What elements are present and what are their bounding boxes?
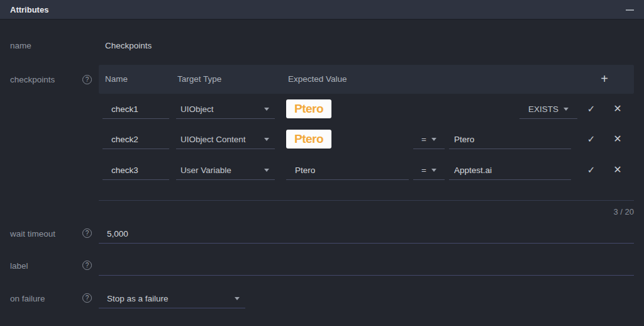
wait-timeout-input[interactable] [99,224,634,244]
column-header-expected-value: Expected Value [288,65,347,94]
minimize-icon [626,9,634,11]
operator-select[interactable]: = [413,160,445,180]
help-icon[interactable]: ? [82,261,92,270]
label-input[interactable] [99,256,634,276]
target-type-select[interactable]: UIObject Content [176,130,275,149]
chevron-down-icon [264,138,269,141]
add-checkpoint-button[interactable]: + [596,71,613,87]
chevron-down-icon [564,108,569,111]
column-header-name: Name [105,65,128,94]
expected-value-image[interactable]: Ptero [286,99,331,118]
table-bottom-divider [99,200,634,201]
confirm-row-button[interactable]: ✓ [585,132,597,147]
name-field-value: Checkpoints [105,41,152,50]
row-count-badge: 3 / 20 [613,207,634,216]
checkpoints-field-label: checkpoints [10,75,55,84]
column-header-target-type: Target Type [177,65,221,94]
confirm-row-button[interactable]: ✓ [585,162,597,177]
checkpoint-name-input[interactable] [103,160,169,180]
operator-select[interactable]: EXISTS [519,99,577,119]
delete-row-button[interactable]: ✕ [611,162,624,177]
help-icon[interactable]: ? [82,75,92,84]
table-row: UIObject Content Ptero = ✓ ✕ [0,130,644,149]
expected-value-input[interactable] [286,160,409,180]
chevron-down-icon [431,169,436,172]
expected-value-image[interactable]: Ptero [286,130,331,149]
delete-row-button[interactable]: ✕ [611,101,624,116]
name-field-label: name [10,41,31,50]
chevron-down-icon [264,108,269,111]
chevron-down-icon [264,169,269,172]
checkpoint-name-input[interactable] [103,130,169,149]
checkpoint-name-input[interactable] [103,99,169,119]
comparison-value-input[interactable] [449,130,571,149]
delete-row-button[interactable]: ✕ [611,132,624,147]
on-failure-field-label: on failure [10,294,45,303]
label-field-label: label [10,261,28,271]
comparison-value-input[interactable] [449,160,571,180]
chevron-down-icon [235,297,240,300]
checkpoints-table-header: Name Target Type Expected Value + [99,65,634,94]
table-row: User Variable = ✓ ✕ [0,160,644,180]
wait-timeout-field-label: wait timeout [10,229,55,239]
titlebar: Attributes [0,0,644,20]
operator-select[interactable]: = [413,130,445,149]
help-icon[interactable]: ? [82,293,92,303]
chevron-down-icon [431,138,436,141]
confirm-row-button[interactable]: ✓ [585,101,597,116]
attributes-panel: { "titlebar": { "title": "Attributes" },… [0,0,644,326]
panel-title: Attributes [10,0,48,20]
target-type-select[interactable]: UIObject [176,99,275,119]
minimize-button[interactable] [624,5,635,15]
help-icon[interactable]: ? [82,228,92,238]
on-failure-select[interactable]: Stop as a failure [99,289,245,308]
table-row: UIObject Ptero EXISTS ✓ ✕ [0,99,644,119]
target-type-select[interactable]: User Variable [176,160,275,180]
